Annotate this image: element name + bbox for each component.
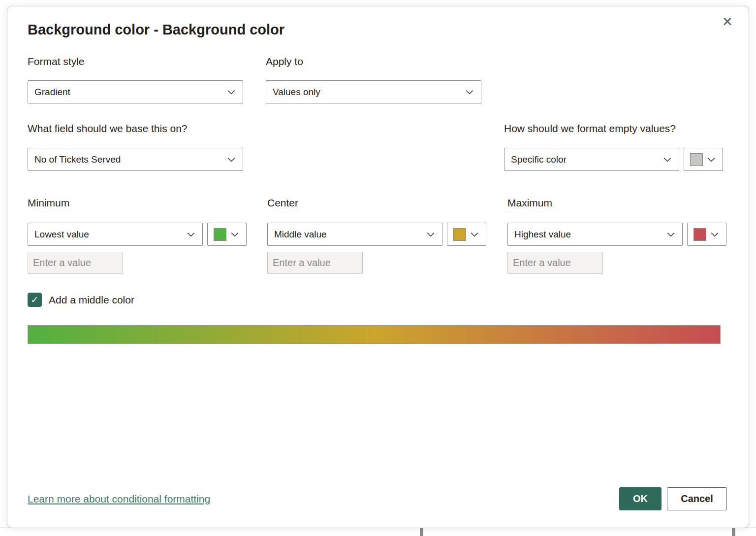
center-value: Middle value (268, 229, 426, 240)
chevron-down-icon (465, 88, 474, 97)
base-field-label: What field should we base this on? (28, 123, 188, 134)
apply-to-value: Values only (266, 87, 465, 98)
resize-grip[interactable] (732, 528, 735, 536)
gradient-preview-bar (28, 325, 721, 344)
apply-to-dropdown[interactable]: Values only (266, 80, 481, 103)
maximum-label: Maximum (507, 197, 552, 209)
add-middle-color-label: Add a middle color (49, 294, 134, 306)
minimum-color-picker[interactable] (207, 223, 247, 246)
learn-more-link[interactable]: Learn more about conditional formatting (28, 493, 210, 505)
empty-values-color-swatch (690, 153, 703, 166)
chevron-down-icon (710, 230, 719, 239)
minimum-color-swatch (214, 228, 226, 241)
base-field-dropdown[interactable]: No of Tickets Served (28, 148, 243, 171)
maximum-color-picker[interactable] (687, 223, 726, 246)
chevron-down-icon (426, 230, 435, 239)
maximum-value: Highest value (508, 229, 666, 240)
close-button[interactable]: ✕ (719, 13, 736, 30)
cancel-button[interactable]: Cancel (667, 487, 727, 510)
ok-button[interactable]: OK (619, 487, 662, 510)
empty-values-dropdown[interactable]: Specific color (504, 148, 679, 171)
resize-grip[interactable] (420, 528, 423, 536)
chevron-down-icon (230, 230, 239, 239)
minimum-label: Minimum (28, 197, 69, 209)
chevron-down-icon (227, 155, 236, 164)
close-icon: ✕ (722, 14, 733, 30)
maximum-dropdown[interactable]: Highest value (507, 223, 683, 246)
center-color-swatch (453, 228, 466, 241)
screen: ✕ Background color - Background color Fo… (0, 0, 756, 536)
center-dropdown[interactable]: Middle value (267, 223, 442, 246)
apply-to-label: Apply to (266, 56, 303, 67)
add-middle-color-checkbox[interactable]: ✓ (28, 293, 42, 307)
checkmark-icon: ✓ (31, 294, 39, 305)
chevron-down-icon (187, 230, 195, 239)
minimum-value-input[interactable] (28, 252, 123, 274)
minimum-value: Lowest value (28, 229, 187, 240)
background-color-dialog: ✕ Background color - Background color Fo… (7, 6, 749, 528)
maximum-value-input[interactable] (507, 252, 603, 274)
chevron-down-icon (663, 155, 672, 164)
empty-values-value: Specific color (504, 154, 663, 165)
dialog-title: Background color - Background color (28, 22, 284, 38)
chevron-down-icon (470, 230, 479, 239)
chevron-down-icon (227, 88, 236, 97)
center-label: Center (267, 197, 298, 209)
maximum-color-swatch (693, 228, 706, 241)
base-field-value: No of Tickets Served (28, 154, 227, 165)
empty-values-color-picker[interactable] (684, 148, 723, 171)
format-style-value: Gradient (28, 87, 227, 98)
chevron-down-icon (707, 155, 716, 164)
minimum-dropdown[interactable]: Lowest value (28, 223, 203, 246)
format-style-label: Format style (28, 56, 85, 67)
center-value-input[interactable] (267, 252, 363, 274)
chevron-down-icon (666, 230, 675, 239)
center-color-picker[interactable] (447, 223, 486, 246)
format-style-dropdown[interactable]: Gradient (28, 80, 243, 103)
empty-values-label: How should we format empty values? (504, 123, 676, 134)
